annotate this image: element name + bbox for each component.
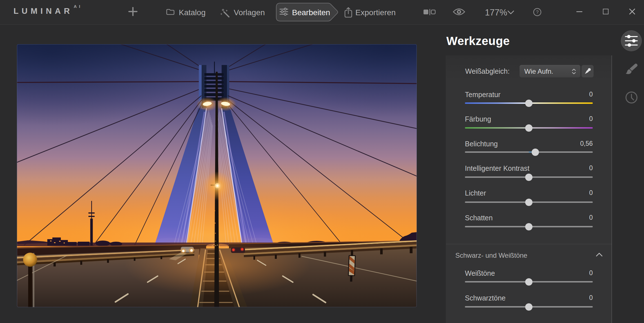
svg-text:?: ? xyxy=(536,10,538,15)
